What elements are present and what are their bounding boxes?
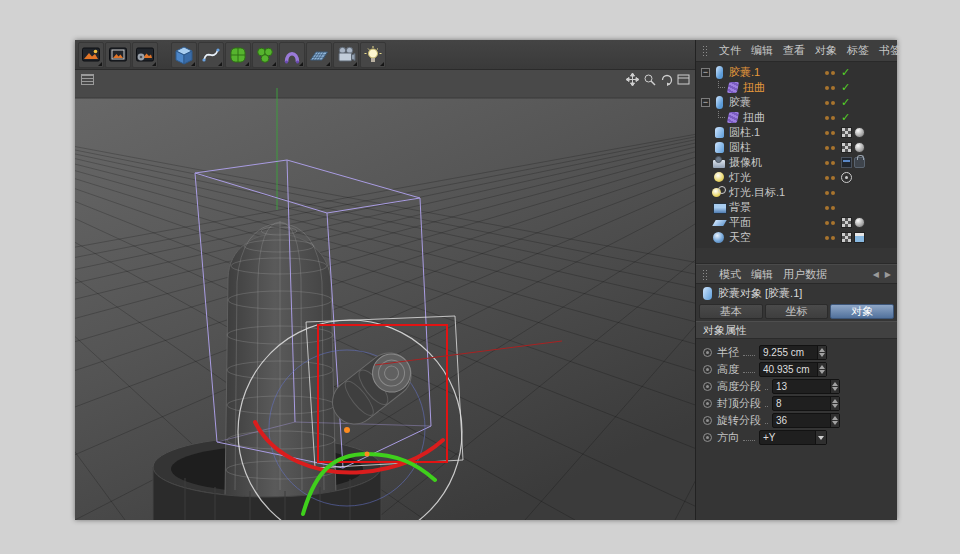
panel-handle-icon[interactable]	[702, 269, 709, 280]
enabled-check-icon[interactable]: ✓	[841, 96, 850, 109]
tab-basic[interactable]: 基本	[699, 304, 763, 319]
camera-object-button[interactable]	[333, 42, 359, 68]
visibility-dots[interactable]	[825, 161, 835, 165]
object-row[interactable]: 背景	[696, 200, 897, 215]
object-row[interactable]: 摄像机	[696, 155, 897, 170]
keyframe-circle-icon[interactable]	[703, 416, 712, 425]
object-row[interactable]: 扭曲 ✓	[696, 80, 897, 95]
height-spinner[interactable]	[817, 363, 826, 376]
menu-objects[interactable]: 对象	[815, 43, 837, 58]
visibility-dots[interactable]	[825, 71, 835, 75]
object-label[interactable]: 胶囊.1	[729, 65, 760, 80]
menu-file[interactable]: 文件	[719, 43, 741, 58]
render-to-picture-viewer-button[interactable]	[105, 42, 131, 68]
orientation-value[interactable]: +Y	[760, 431, 815, 444]
object-row[interactable]: − 胶囊.1 ✓	[696, 65, 897, 80]
visibility-dots[interactable]	[825, 131, 835, 135]
object-row[interactable]: − 胶囊 ✓	[696, 95, 897, 110]
texture-tag-icon[interactable]	[841, 127, 852, 138]
visibility-dots[interactable]	[825, 101, 835, 105]
tab-coordinates[interactable]: 坐标	[765, 304, 829, 319]
height-segments-spinner[interactable]	[830, 380, 839, 393]
dolly-icon[interactable]	[643, 73, 656, 86]
object-label[interactable]: 灯光	[729, 170, 751, 185]
keyframe-circle-icon[interactable]	[703, 348, 712, 357]
rotation-segments-value[interactable]: 36	[773, 414, 830, 427]
visibility-dots[interactable]	[825, 86, 835, 90]
visibility-dots[interactable]	[825, 236, 835, 240]
keyframe-circle-icon[interactable]	[703, 433, 712, 442]
tab-object[interactable]: 对象	[830, 304, 894, 319]
keyframe-circle-icon[interactable]	[703, 382, 712, 391]
phong-tag-icon[interactable]	[854, 142, 865, 153]
menu-user-data[interactable]: 用户数据	[783, 267, 827, 282]
capsule-object[interactable]	[225, 221, 336, 498]
composition-tag-icon[interactable]	[841, 157, 852, 168]
cube-primitive-button[interactable]	[171, 42, 197, 68]
object-row[interactable]: 扭曲 ✓	[696, 110, 897, 125]
rotation-segments-spinner[interactable]	[830, 414, 839, 427]
subdivision-surface-button[interactable]	[225, 42, 251, 68]
object-label[interactable]: 圆柱.1	[729, 125, 760, 140]
menu-edit[interactable]: 编辑	[751, 267, 773, 282]
edit-render-settings-button[interactable]	[132, 42, 158, 68]
rotate-icon[interactable]	[660, 73, 673, 86]
object-label[interactable]: 背景	[729, 200, 751, 215]
target-tag-icon[interactable]	[841, 172, 852, 183]
object-label[interactable]: 扭曲	[743, 110, 765, 125]
texture-tag-icon[interactable]	[841, 217, 852, 228]
orientation-dropdown[interactable]: +Y	[759, 430, 827, 445]
menu-tags[interactable]: 标签	[847, 43, 869, 58]
texture-tag-icon[interactable]	[841, 142, 852, 153]
visibility-dots[interactable]	[825, 146, 835, 150]
enabled-check-icon[interactable]: ✓	[841, 81, 850, 94]
collapse-icon[interactable]: −	[701, 68, 710, 77]
object-row[interactable]: 灯光.目标.1	[696, 185, 897, 200]
object-label[interactable]: 圆柱	[729, 140, 751, 155]
bend-deformer-button[interactable]	[279, 42, 305, 68]
object-row[interactable]: 圆柱.1	[696, 125, 897, 140]
compositing-tag-icon[interactable]	[854, 232, 865, 243]
height-segments-value[interactable]: 13	[773, 380, 830, 393]
menu-bookmarks[interactable]: 书签	[879, 43, 901, 58]
menu-edit[interactable]: 编辑	[751, 43, 773, 58]
height-value[interactable]: 40.935 cm	[760, 363, 817, 376]
radius-field[interactable]: 9.255 cm	[759, 345, 827, 360]
viewport[interactable]	[75, 70, 695, 520]
spline-pen-button[interactable]	[198, 42, 224, 68]
visibility-dots[interactable]	[825, 221, 835, 225]
phong-tag-icon[interactable]	[854, 217, 865, 228]
object-row[interactable]: 灯光	[696, 170, 897, 185]
height-segments-field[interactable]: 13	[772, 379, 840, 394]
floor-object-button[interactable]	[306, 42, 332, 68]
visibility-dots[interactable]	[825, 206, 835, 210]
radius-spinner[interactable]	[817, 346, 826, 359]
object-label[interactable]: 扭曲	[743, 80, 765, 95]
menu-view[interactable]: 查看	[783, 43, 805, 58]
cap-segments-value[interactable]: 8	[773, 397, 830, 410]
light-object-button[interactable]	[360, 42, 386, 68]
visibility-dots[interactable]	[825, 116, 835, 120]
collapse-icon[interactable]: −	[701, 98, 710, 107]
phong-tag-icon[interactable]	[854, 127, 865, 138]
object-label[interactable]: 灯光.目标.1	[729, 185, 785, 200]
history-back-icon[interactable]: ◀	[873, 270, 879, 279]
object-label[interactable]: 天空	[729, 230, 751, 245]
object-row[interactable]: 平面	[696, 215, 897, 230]
keyframe-circle-icon[interactable]	[703, 399, 712, 408]
texture-tag-icon[interactable]	[841, 232, 852, 243]
viewport-menu-icon[interactable]	[81, 74, 94, 85]
object-row[interactable]: 圆柱	[696, 140, 897, 155]
pan-icon[interactable]	[626, 73, 639, 86]
cap-segments-field[interactable]: 8	[772, 396, 840, 411]
render-view-button[interactable]	[78, 42, 104, 68]
object-label[interactable]: 摄像机	[729, 155, 762, 170]
radius-value[interactable]: 9.255 cm	[760, 346, 817, 359]
enabled-check-icon[interactable]: ✓	[841, 111, 850, 124]
viewport-canvas[interactable]	[75, 70, 695, 520]
cap-segments-spinner[interactable]	[830, 397, 839, 410]
dropdown-arrow-icon[interactable]	[815, 431, 826, 444]
mograph-cloner-button[interactable]	[252, 42, 278, 68]
object-label[interactable]: 胶囊	[729, 95, 751, 110]
protection-tag-icon[interactable]	[854, 157, 865, 168]
